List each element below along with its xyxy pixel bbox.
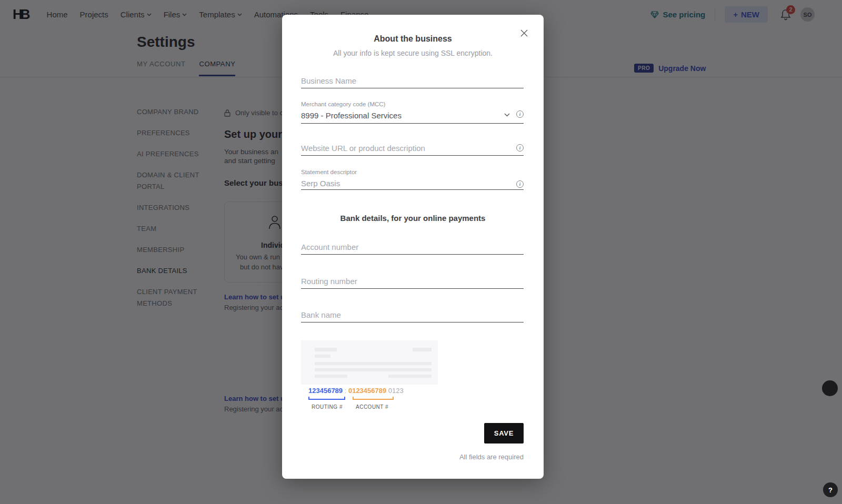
check-placeholder-bar [315,375,347,378]
account-number-field [301,240,524,255]
check-account-number: 0123456789 [348,387,386,395]
info-icon[interactable]: i [516,110,524,118]
check-placeholder-bar [388,375,432,378]
save-button[interactable]: SAVE [484,423,524,443]
bank-name-input[interactable] [301,308,524,322]
info-icon[interactable]: i [516,180,524,188]
routing-number-input[interactable] [301,274,524,289]
check-placeholder-bar [413,348,432,351]
routing-bracket [308,397,345,400]
website-field: i [301,141,524,156]
account-label: ACCOUNT # [356,404,388,410]
mcc-field: Merchant category code (MCC) 8999 - Prof… [301,101,524,124]
mcc-label: Merchant category code (MCC) [301,101,524,107]
modal-subtitle: All your info is kept secure using SSL e… [282,49,544,57]
check-placeholder-bar [315,362,432,365]
account-bracket [353,397,394,400]
required-note: All fields are required [459,453,524,461]
check-separator: : [343,387,348,395]
chevron-down-icon [504,113,510,117]
statement-descriptor-label: Statement descriptor [301,169,524,175]
modal-title: About the business [282,34,544,44]
routing-label: ROUTING # [312,404,343,410]
mcc-value: 8999 - Professional Services [301,111,402,120]
info-icon[interactable]: i [516,144,524,152]
help-button[interactable]: ? [823,482,838,497]
check-routing-number: 123456789 [308,387,343,395]
about-business-modal: About the business All your info is kept… [282,15,544,479]
bank-name-field [301,308,524,322]
check-illustration [301,340,438,385]
check-placeholder-bar [315,368,432,371]
statement-descriptor-input[interactable] [301,177,524,190]
check-placeholder-bar [315,355,330,358]
account-number-input[interactable] [301,240,524,255]
statement-descriptor-field: Statement descriptor i [301,169,524,190]
check-suffix: 0123 [386,387,404,395]
business-name-field [301,74,524,88]
chat-bubble-button[interactable] [822,380,838,396]
business-name-input[interactable] [301,74,524,88]
website-input[interactable] [301,141,524,156]
mcc-select[interactable]: 8999 - Professional Services [301,110,524,124]
bank-details-heading: Bank details, for your online payments [282,214,544,223]
check-placeholder-bar [315,348,337,351]
routing-number-field [301,274,524,289]
check-numbers: 123456789 : 0123456789 0123 [308,387,404,395]
